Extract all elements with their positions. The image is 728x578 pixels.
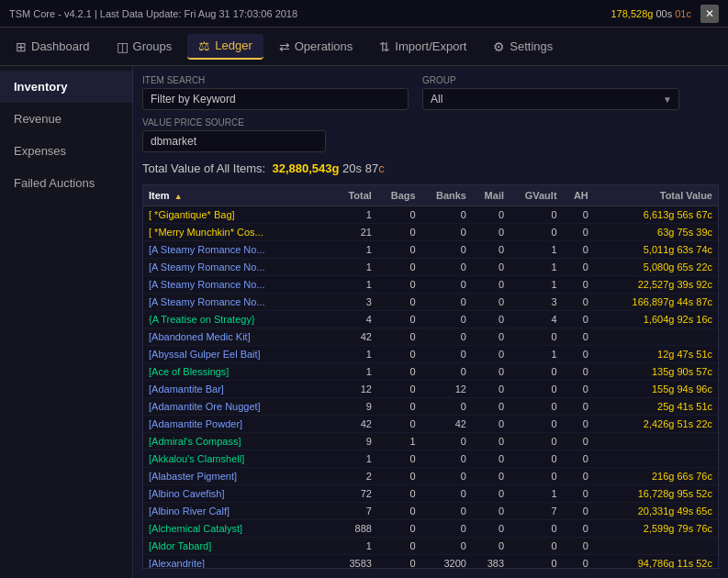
- col-header-item[interactable]: Item ▲: [143, 185, 335, 206]
- col-header-ah[interactable]: AH: [563, 185, 594, 206]
- item-gvault: 1: [510, 346, 563, 363]
- sidebar-inventory-label: Inventory: [14, 80, 68, 94]
- title-bar: TSM Core - v4.2.1 | Last Data Update: Fr…: [0, 0, 728, 28]
- item-name-cell[interactable]: [Adamantite Powder]: [143, 416, 335, 433]
- item-name-cell[interactable]: [A Steamy Romance No...: [143, 276, 335, 294]
- nav-groups[interactable]: ◫ Groups: [106, 35, 184, 59]
- inventory-table: Item ▲ Total Bags Banks Mail GVault AH T…: [143, 185, 718, 569]
- item-gvault: 0: [510, 538, 563, 555]
- item-banks: 12: [421, 381, 472, 398]
- item-name-cell[interactable]: [A Steamy Romance No...: [143, 259, 335, 276]
- item-gvault: 0: [510, 450, 563, 468]
- item-name-cell[interactable]: [Aldor Tabard]: [143, 538, 335, 555]
- price-source-input[interactable]: [142, 130, 326, 152]
- item-ah: 0: [563, 311, 594, 328]
- item-banks: 0: [421, 294, 472, 311]
- item-name-cell[interactable]: [Admiral's Compass]: [143, 433, 335, 450]
- nav-settings[interactable]: ⚙ Settings: [482, 35, 564, 59]
- item-bags: 0: [377, 363, 421, 381]
- item-value: 16,728g 95s 52c: [594, 485, 718, 503]
- item-name-cell[interactable]: [Alexandrite]: [143, 555, 335, 570]
- item-mail: 0: [472, 538, 510, 555]
- item-value: 94,786g 11s 52c: [594, 555, 718, 570]
- search-input[interactable]: [142, 88, 409, 110]
- price-source-group: VALUE PRICE SOURCE: [142, 117, 719, 152]
- item-name-cell[interactable]: {A Treatise on Strategy}: [143, 311, 335, 328]
- item-gvault: 0: [510, 363, 563, 381]
- item-name-cell[interactable]: [Albino River Calf]: [143, 503, 335, 520]
- col-header-bags[interactable]: Bags: [377, 185, 421, 206]
- item-bags: 0: [377, 259, 421, 276]
- item-name-cell[interactable]: [Abyssal Gulper Eel Bait]: [143, 346, 335, 363]
- item-ah: 0: [563, 259, 594, 276]
- item-banks: 0: [421, 224, 472, 241]
- item-total: 888: [335, 520, 377, 538]
- item-total: 1: [335, 276, 377, 294]
- item-name-cell[interactable]: [Akkalou's Clamshell]: [143, 450, 335, 468]
- header-row: Item ▲ Total Bags Banks Mail GVault AH T…: [143, 185, 718, 206]
- item-banks: 0: [421, 398, 472, 416]
- item-name-cell[interactable]: [Adamantite Bar]: [143, 381, 335, 398]
- item-name-cell[interactable]: [Abandoned Medic Kit]: [143, 328, 335, 346]
- item-ah: 0: [563, 381, 594, 398]
- nav-ledger[interactable]: ⚖ Ledger: [187, 34, 263, 60]
- sidebar-expenses-label: Expenses: [14, 144, 66, 158]
- total-label: Total Value of All Items:: [142, 161, 265, 175]
- item-total: 21: [335, 224, 377, 241]
- table-row: [Albino River Calf] 7 0 0 0 7 0 20,331g …: [143, 503, 718, 520]
- item-mail: 0: [472, 468, 510, 485]
- item-name-cell[interactable]: [ *Merry Munchkin* Cos...: [143, 224, 335, 241]
- item-bags: 0: [377, 206, 421, 224]
- item-mail: 383: [472, 555, 510, 570]
- item-name-cell[interactable]: [Alchemical Catalyst]: [143, 520, 335, 538]
- inventory-table-container[interactable]: Item ▲ Total Bags Banks Mail GVault AH T…: [142, 184, 719, 569]
- nav-operations[interactable]: ⇄ Operations: [268, 35, 364, 59]
- col-header-mail[interactable]: Mail: [472, 185, 510, 206]
- item-total: 1: [335, 450, 377, 468]
- table-header: Item ▲ Total Bags Banks Mail GVault AH T…: [143, 185, 718, 206]
- group-label: GROUP: [422, 75, 679, 85]
- item-name-cell[interactable]: [A Steamy Romance No...: [143, 294, 335, 311]
- item-mail: 0: [472, 328, 510, 346]
- item-mail: 0: [472, 311, 510, 328]
- item-bags: 0: [377, 294, 421, 311]
- item-name-cell[interactable]: [Adamantite Ore Nugget]: [143, 398, 335, 416]
- item-value: 22,527g 39s 92c: [594, 276, 718, 294]
- item-bags: 0: [377, 520, 421, 538]
- col-header-total[interactable]: Total: [335, 185, 377, 206]
- sidebar-item-expenses[interactable]: Expenses: [0, 135, 132, 167]
- item-name-cell[interactable]: [ *Gigantique* Bag]: [143, 206, 335, 224]
- item-gvault: 1: [510, 241, 563, 259]
- col-header-banks[interactable]: Banks: [421, 185, 472, 206]
- item-value: 5,080g 65s 22c: [594, 259, 718, 276]
- item-bags: 0: [377, 398, 421, 416]
- item-name-cell[interactable]: [Alabaster Pigment]: [143, 468, 335, 485]
- nav-settings-label: Settings: [510, 39, 553, 53]
- item-gvault: 0: [510, 206, 563, 224]
- item-gvault: 0: [510, 398, 563, 416]
- item-bags: 0: [377, 311, 421, 328]
- close-button[interactable]: ✕: [700, 5, 719, 23]
- group-select[interactable]: All: [422, 88, 679, 110]
- importexport-icon: ⇅: [379, 39, 390, 54]
- item-ah: 0: [563, 485, 594, 503]
- table-row: [Ace of Blessings] 1 0 0 0 0 0 135g 90s …: [143, 363, 718, 381]
- col-header-gvault[interactable]: GVault: [510, 185, 563, 206]
- item-total: 3: [335, 294, 377, 311]
- price-source-row: VALUE PRICE SOURCE: [142, 117, 719, 152]
- item-banks: 0: [421, 538, 472, 555]
- item-ah: 0: [563, 398, 594, 416]
- item-name-cell[interactable]: [A Steamy Romance No...: [143, 241, 335, 259]
- sidebar-item-inventory[interactable]: Inventory: [0, 71, 132, 103]
- nav-dashboard[interactable]: ⊞ Dashboard: [5, 35, 101, 59]
- col-header-totalvalue[interactable]: Total Value: [594, 185, 718, 206]
- search-label: ITEM SEARCH: [142, 75, 409, 85]
- nav-importexport[interactable]: ⇅ Import/Export: [368, 35, 477, 59]
- table-row: [Abyssal Gulper Eel Bait] 1 0 0 0 1 0 12…: [143, 346, 718, 363]
- item-name-cell[interactable]: [Ace of Blessings]: [143, 363, 335, 381]
- item-name-cell[interactable]: [Albino Cavefish]: [143, 485, 335, 503]
- sidebar-item-revenue[interactable]: Revenue: [0, 103, 132, 135]
- item-ah: 0: [563, 206, 594, 224]
- sidebar-item-failed-auctions[interactable]: Failed Auctions: [0, 167, 132, 199]
- app-title-text: TSM Core - v4.2.1: [9, 8, 92, 19]
